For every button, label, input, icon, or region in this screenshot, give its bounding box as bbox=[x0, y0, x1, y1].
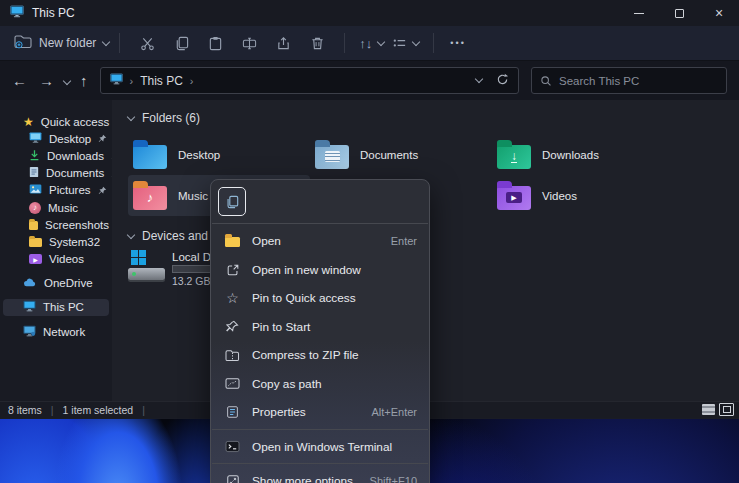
menu-item-open-in-windows-terminal[interactable]: Open in Windows Terminal bbox=[211, 433, 429, 462]
hard-drive-icon bbox=[128, 250, 166, 282]
folder-tile-downloads[interactable]: ↓ Downloads bbox=[492, 134, 674, 175]
menu-item-compress-to-zip[interactable]: Compress to ZIP file bbox=[211, 341, 429, 370]
sort-button[interactable]: ↑↓ bbox=[359, 36, 384, 51]
menu-item-pin-to-quick-access[interactable]: ☆ Pin to Quick access bbox=[211, 284, 429, 313]
sidebar-item-onedrive[interactable]: OneDrive bbox=[3, 275, 109, 292]
videos-folder-icon: ▶ bbox=[497, 186, 531, 210]
copy-button[interactable] bbox=[218, 187, 246, 216]
music-icon: ♪ bbox=[29, 202, 41, 214]
sort-icon: ↑↓ bbox=[359, 36, 372, 51]
context-menu: Open Enter Open in new window ☆ Pin to Q… bbox=[210, 179, 430, 483]
new-folder-icon bbox=[14, 34, 32, 52]
menu-separator bbox=[212, 463, 428, 464]
sidebar-item-screenshots[interactable]: Screenshots bbox=[3, 216, 109, 233]
up-button[interactable]: ↑ bbox=[80, 73, 88, 88]
windows-logo-icon bbox=[131, 250, 146, 265]
music-folder-icon: ♪ bbox=[133, 186, 167, 210]
share-button[interactable] bbox=[268, 30, 298, 56]
sidebar-item-pictures[interactable]: Pictures bbox=[3, 182, 109, 199]
folders-section-header[interactable]: Folders (6) bbox=[128, 111, 739, 125]
window-title: This PC bbox=[32, 6, 75, 20]
sidebar-item-music[interactable]: ♪ Music bbox=[3, 199, 109, 216]
desktop-folder-icon bbox=[133, 145, 167, 169]
pin-icon bbox=[98, 186, 107, 195]
sidebar-item-downloads[interactable]: Downloads bbox=[3, 147, 109, 164]
delete-button[interactable] bbox=[302, 30, 332, 56]
menu-item-show-more-options[interactable]: Show more options Shift+F10 bbox=[211, 467, 429, 483]
folder-tile-documents[interactable]: Documents bbox=[310, 134, 492, 175]
toolbar-separator bbox=[119, 33, 120, 53]
search-icon bbox=[540, 75, 552, 87]
sidebar-item-videos[interactable]: ▶ Videos bbox=[3, 251, 109, 268]
close-button[interactable]: × bbox=[699, 0, 739, 26]
menu-item-copy-as-path[interactable]: Copy as path bbox=[211, 370, 429, 399]
network-icon bbox=[23, 325, 36, 339]
menu-item-properties[interactable]: Properties Alt+Enter bbox=[211, 398, 429, 427]
copy-button[interactable] bbox=[166, 30, 196, 56]
downloads-folder-icon: ↓ bbox=[497, 145, 531, 169]
folder-tile-videos[interactable]: ▶ Videos bbox=[492, 175, 674, 216]
minimize-button[interactable] bbox=[619, 0, 659, 26]
cut-icon bbox=[140, 36, 155, 51]
chevron-down-icon bbox=[377, 37, 385, 45]
this-pc-icon bbox=[10, 4, 24, 22]
sidebar-item-quick-access[interactable]: ★ Quick access bbox=[3, 113, 109, 130]
sidebar-item-system32[interactable]: System32 bbox=[3, 233, 109, 250]
desktop-icon bbox=[29, 132, 42, 145]
pin-outline-icon bbox=[224, 320, 241, 333]
maximize-button[interactable] bbox=[659, 0, 699, 26]
large-icons-view-button[interactable] bbox=[719, 403, 734, 416]
documents-folder-icon bbox=[315, 145, 349, 169]
navigation-pane: ★ Quick access Desktop Downloads Documen… bbox=[0, 100, 112, 401]
view-options-icon bbox=[392, 36, 407, 51]
toolbar-separator bbox=[433, 33, 434, 53]
item-count: 8 items bbox=[8, 404, 42, 416]
breadcrumb-this-pc[interactable]: This PC bbox=[140, 74, 183, 88]
menu-item-pin-to-start[interactable]: Pin to Start bbox=[211, 313, 429, 342]
cut-button[interactable] bbox=[132, 30, 162, 56]
menu-separator bbox=[212, 223, 428, 224]
recent-locations-chevron-icon[interactable] bbox=[63, 76, 71, 84]
details-view-button[interactable] bbox=[702, 404, 715, 415]
properties-icon bbox=[224, 405, 241, 419]
search-box[interactable] bbox=[531, 67, 727, 94]
download-icon bbox=[29, 149, 40, 163]
collapse-chevron-icon[interactable] bbox=[127, 230, 135, 238]
navigation-bar: ← → ↑ › This PC › bbox=[0, 60, 739, 100]
sidebar-item-desktop[interactable]: Desktop bbox=[3, 130, 109, 147]
status-divider: | bbox=[51, 404, 54, 416]
rename-icon bbox=[242, 36, 257, 51]
forward-button[interactable]: → bbox=[39, 73, 54, 88]
pin-icon bbox=[98, 134, 107, 143]
share-icon bbox=[276, 36, 291, 51]
search-input[interactable] bbox=[559, 75, 709, 87]
folder-tile-desktop[interactable]: Desktop bbox=[128, 134, 310, 175]
view-button[interactable] bbox=[392, 36, 419, 51]
copy-as-path-icon bbox=[224, 377, 241, 390]
address-dropdown-chevron-icon[interactable] bbox=[475, 75, 483, 83]
paste-button[interactable] bbox=[200, 30, 230, 56]
folder-icon bbox=[29, 238, 42, 247]
address-bar[interactable]: › This PC › bbox=[100, 67, 520, 94]
sidebar-item-network[interactable]: Network bbox=[3, 323, 109, 340]
trash-icon bbox=[310, 36, 325, 51]
menu-item-open-in-new-window[interactable]: Open in new window bbox=[211, 256, 429, 285]
back-button[interactable]: ← bbox=[12, 73, 27, 88]
new-folder-button[interactable]: New folder bbox=[14, 34, 109, 52]
breadcrumb-separator: › bbox=[190, 75, 194, 87]
menu-item-open[interactable]: Open Enter bbox=[211, 227, 429, 256]
show-more-options-icon bbox=[224, 474, 241, 483]
sidebar-item-this-pc[interactable]: This PC bbox=[3, 299, 109, 316]
title-bar[interactable]: This PC × bbox=[0, 0, 739, 26]
this-pc-icon bbox=[23, 300, 36, 314]
see-more-button[interactable]: ••• bbox=[450, 38, 465, 48]
collapse-chevron-icon[interactable] bbox=[127, 112, 135, 120]
cloud-icon bbox=[23, 277, 37, 289]
command-toolbar: New folder ↑↓ bbox=[0, 26, 739, 60]
sidebar-item-documents[interactable]: Documents bbox=[3, 165, 109, 182]
picture-icon bbox=[29, 184, 42, 196]
refresh-button[interactable] bbox=[496, 73, 509, 89]
rename-button[interactable] bbox=[234, 30, 264, 56]
zip-folder-icon bbox=[224, 349, 241, 362]
star-icon: ★ bbox=[23, 116, 34, 128]
